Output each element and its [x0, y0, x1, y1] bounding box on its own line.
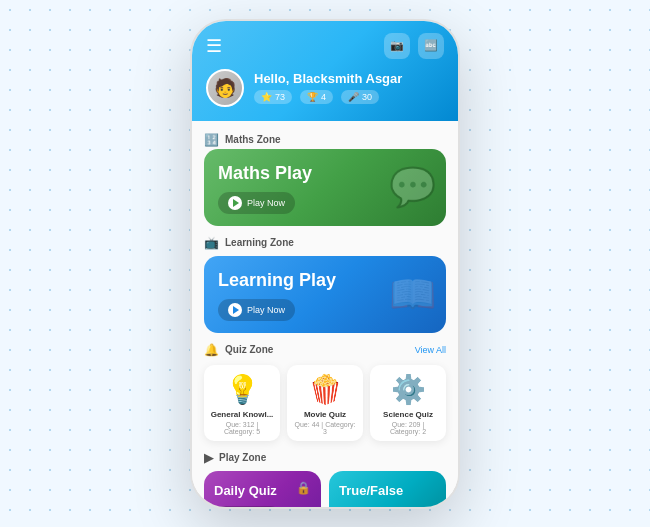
true-false-title: True/False [339, 483, 436, 498]
learning-play-button[interactable]: Play Now [218, 299, 295, 321]
quiz-card-movie[interactable]: 🍿 Movie Quiz Que: 44 | Category: 3 [287, 365, 363, 441]
quiz-sub-science: Que: 209 | Category: 2 [376, 421, 440, 435]
phone-frame: ☰ 📷 🔤 🧑 Hello, Blacksmith Asgar ⭐ 73 🏆 4… [190, 19, 460, 509]
true-false-card[interactable]: True/False Play Now [329, 471, 446, 507]
translate-icon[interactable]: 🔤 [418, 33, 444, 59]
user-row: 🧑 Hello, Blacksmith Asgar ⭐ 73 🏆 4 🎤 30 [206, 69, 444, 107]
quiz-card-general[interactable]: 💡 General Knowl... Que: 312 | Category: … [204, 365, 280, 441]
quiz-title-science: Science Quiz [376, 410, 440, 419]
stat-trophies: 🏆 4 [300, 90, 333, 104]
maths-play-button[interactable]: Play Now [218, 192, 295, 214]
stat-mic: 🎤 30 [341, 90, 379, 104]
quiz-title-general: General Knowl... [210, 410, 274, 419]
maths-card[interactable]: Maths Play Play Now 💬 [204, 149, 446, 226]
learning-zone-icon: 📺 [204, 236, 219, 250]
daily-quiz-play-button[interactable]: Play Now [214, 506, 280, 507]
quiz-cards-row: 💡 General Knowl... Que: 312 | Category: … [204, 365, 446, 441]
header-top-row: ☰ 📷 🔤 [206, 33, 444, 59]
maths-zone-label: 🔢 Maths Zone [204, 133, 446, 147]
maths-watermark-icon: 💬 [389, 165, 436, 209]
play-triangle-icon-2 [233, 306, 239, 314]
learning-zone-label: 📺 Learning Zone [204, 236, 446, 250]
quiz-card-science[interactable]: ⚙️ Science Quiz Que: 209 | Category: 2 [370, 365, 446, 441]
avatar: 🧑 [206, 69, 244, 107]
play-circle-icon-2 [228, 303, 242, 317]
play-triangle-icon [233, 199, 239, 207]
menu-icon[interactable]: ☰ [206, 35, 222, 57]
camera-icon[interactable]: 📷 [384, 33, 410, 59]
header-actions: 📷 🔤 [384, 33, 444, 59]
main-content: 🔢 Maths Zone Maths Play Play Now 💬 📺 Lea… [192, 121, 458, 507]
learning-watermark-icon: 📖 [389, 272, 436, 316]
quiz-title-movie: Movie Quiz [293, 410, 357, 419]
app-header: ☰ 📷 🔤 🧑 Hello, Blacksmith Asgar ⭐ 73 🏆 4… [192, 21, 458, 121]
user-info: Hello, Blacksmith Asgar ⭐ 73 🏆 4 🎤 30 [254, 71, 402, 104]
maths-zone-icon: 🔢 [204, 133, 219, 147]
play-zone-icon: ▶ [204, 451, 213, 465]
play-circle-icon [228, 196, 242, 210]
quiz-sub-general: Que: 312 | Category: 5 [210, 421, 274, 435]
quiz-zone-label: 🔔 Quiz Zone [204, 343, 273, 357]
learning-card[interactable]: Learning Play Play Now 📖 [204, 256, 446, 333]
play-zone-cards: Daily Quiz 🔒 Play Now True/False Play No… [204, 471, 446, 507]
quiz-zone-icon: 🔔 [204, 343, 219, 357]
quiz-sub-movie: Que: 44 | Category: 3 [293, 421, 357, 435]
user-stats: ⭐ 73 🏆 4 🎤 30 [254, 90, 402, 104]
quiz-emoji-general: 💡 [210, 373, 274, 406]
lock-icon: 🔒 [296, 481, 311, 495]
daily-quiz-card[interactable]: Daily Quiz 🔒 Play Now [204, 471, 321, 507]
quiz-zone-header: 🔔 Quiz Zone View All [204, 343, 446, 357]
play-zone-label: ▶ Play Zone [204, 451, 446, 465]
quiz-emoji-science: ⚙️ [376, 373, 440, 406]
stat-stars: ⭐ 73 [254, 90, 292, 104]
view-all-button[interactable]: View All [415, 345, 446, 355]
user-greeting: Hello, Blacksmith Asgar [254, 71, 402, 86]
quiz-emoji-movie: 🍿 [293, 373, 357, 406]
